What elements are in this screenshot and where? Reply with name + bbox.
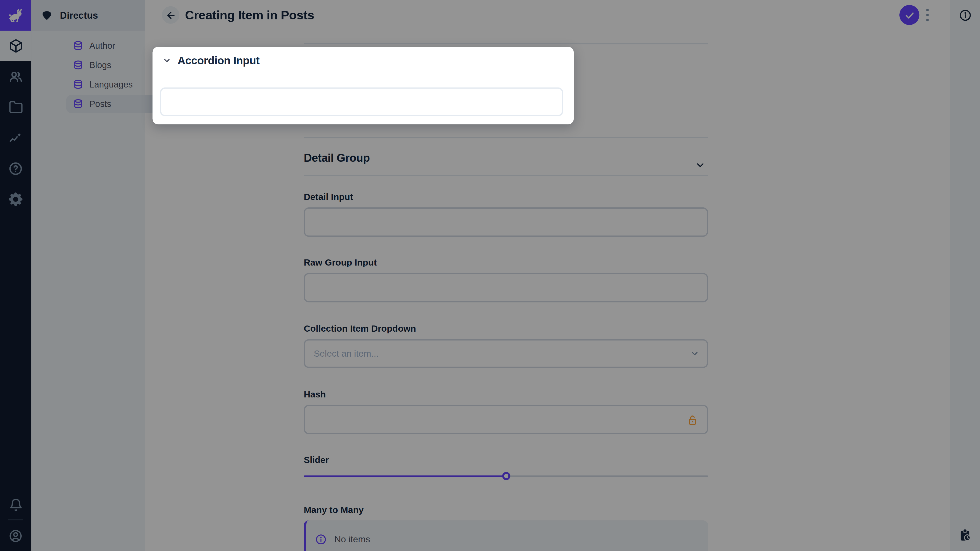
- accordion-toggle[interactable]: Accordion Input: [162, 52, 259, 69]
- app-root: Creating Item in Posts Detail Group Deta…: [0, 0, 980, 551]
- accordion-title: Accordion Input: [178, 54, 259, 67]
- chevron-down-icon: [162, 56, 171, 65]
- accordion-spotlight-card: Accordion Input: [153, 47, 574, 124]
- accordion-input-field[interactable]: [160, 87, 563, 116]
